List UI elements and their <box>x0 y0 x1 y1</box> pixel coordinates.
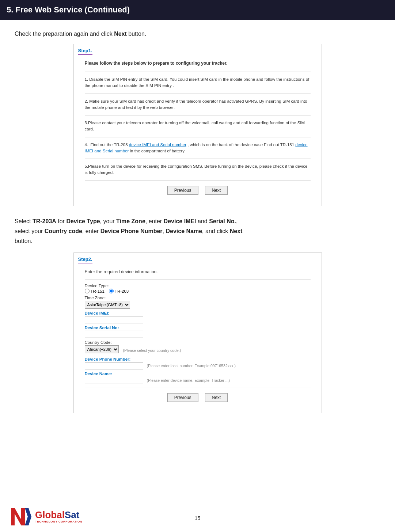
device-type-field: Device Type: TR-151 TR-203 <box>85 284 311 293</box>
device-serial-field: Device Serial No: <box>85 326 311 338</box>
step2-subtitle: Enter the required device information. <box>85 269 311 274</box>
header-title: 5. Free Web Service (Continued) <box>7 5 130 14</box>
divider5 <box>85 159 311 159</box>
country-code-placeholder: (Please select your country code.) <box>123 348 181 353</box>
step1-next-button[interactable]: Next <box>205 186 228 195</box>
device-phone-input[interactable] <box>85 362 143 369</box>
step2-title: Step2. <box>78 256 92 263</box>
svg-marker-1 <box>25 508 31 525</box>
page-header: 5. Free Web Service (Continued) <box>0 0 395 20</box>
device-tr203-text: TR-203 <box>115 289 129 293</box>
step2-prev-button[interactable]: Previous <box>167 393 198 402</box>
timezone-field: Time Zone: Asia/Taipei(GMT+8) UTC GMT <box>85 296 311 311</box>
logo-sub-text: TECHNOLOGY CORPORATION <box>35 520 82 524</box>
device-phone-row: (Please enter local number. Example:0971… <box>85 362 311 369</box>
device-imei-input[interactable] <box>85 316 143 323</box>
device-phone-field: Device Phone Number: (Please enter local… <box>85 357 311 369</box>
step2-divider2 <box>85 388 311 388</box>
divider2 <box>85 94 311 94</box>
globalsat-logo-icon <box>11 508 31 525</box>
country-code-select[interactable]: African(+236) <box>85 345 119 353</box>
step1-subtitle: Please follow the steps below to prepare… <box>85 61 311 66</box>
divider4 <box>85 137 311 137</box>
step2-header: Step2. <box>74 253 322 266</box>
step1-btn-row: Previous Next <box>85 186 311 200</box>
country-code-label: Country Code: <box>85 340 311 345</box>
svg-marker-0 <box>11 508 25 525</box>
device-tr151-text: TR-151 <box>91 289 105 293</box>
step2-divider1 <box>85 280 311 280</box>
divider3 <box>85 115 311 115</box>
device-imei-label: Device IMEI: <box>85 311 311 315</box>
serial-link: device IMEI and Serial number <box>85 142 308 153</box>
device-tr151-radio[interactable] <box>85 289 90 293</box>
timezone-select[interactable]: Asia/Taipei(GMT+8) UTC GMT <box>85 301 130 309</box>
step1-body: Please follow the steps below to prepare… <box>74 57 322 206</box>
divider1 <box>85 72 311 72</box>
country-code-field: Country Code: African(+236) (Please sele… <box>85 340 311 356</box>
step2-next-button[interactable]: Next <box>205 393 228 402</box>
device-type-radios: TR-151 TR-203 <box>85 289 311 293</box>
section2-intro: Select TR-203A for Device Type, your Tim… <box>15 216 380 246</box>
section1-intro: Check the preparation again and click Ne… <box>15 31 380 37</box>
divider6 <box>85 180 311 181</box>
device-imei-field: Device IMEI: <box>85 311 311 323</box>
page-content: Check the preparation again and click Ne… <box>0 20 395 445</box>
page-number: 15 <box>195 515 201 521</box>
device-serial-input[interactable] <box>85 331 143 338</box>
step2-form: Enter the required device information. D… <box>74 266 322 413</box>
device-phone-label: Device Phone Number: <box>85 357 311 361</box>
step1-item1: 1. Disable the SIM PIN entry of the SIM … <box>85 76 311 89</box>
step1-title: Step1. <box>78 48 92 55</box>
device-name-field: Device Name: (Please enter device name. … <box>85 372 311 384</box>
device-tr203-radio[interactable] <box>109 289 114 293</box>
device-serial-label: Device Serial No: <box>85 326 311 330</box>
logo-text: GlobalSat TECHNOLOGY CORPORATION <box>35 510 82 523</box>
footer-logo: GlobalSat TECHNOLOGY CORPORATION <box>11 508 82 525</box>
timezone-label: Time Zone: <box>85 296 311 300</box>
logo-global-text: GlobalSat <box>35 510 82 520</box>
device-name-placeholder: (Please enter device name. Example: Trac… <box>147 378 230 383</box>
step1-item5: 5.Please turn on the device for receivin… <box>85 163 311 176</box>
device-tr151-label[interactable]: TR-151 <box>85 289 105 293</box>
imei-link: device IMEI and Serial number <box>129 142 186 147</box>
step1-box: Step1. Please follow the steps below to … <box>73 44 322 206</box>
step2-btn-row: Previous Next <box>85 393 311 407</box>
device-name-label: Device Name: <box>85 372 311 376</box>
country-code-row: African(+236) (Please select your countr… <box>85 345 311 356</box>
device-name-input[interactable] <box>85 377 143 384</box>
device-phone-placeholder: (Please enter local number. Example:0971… <box>147 364 236 368</box>
step1-item2: 2. Make sure your SIM card has credit an… <box>85 98 311 111</box>
step1-header: Step1. <box>74 44 322 57</box>
device-name-row: (Please enter device name. Example: Trac… <box>85 377 311 384</box>
device-type-label: Device Type: <box>85 284 311 288</box>
step1-item3: 3.Please contact your telecom operator f… <box>85 120 311 133</box>
step1-item4: 4. Find out the TR-203 device IMEI and S… <box>85 142 311 155</box>
step1-prev-button[interactable]: Previous <box>167 186 198 195</box>
step2-box: Step2. Enter the required device informa… <box>73 252 322 413</box>
device-tr203-label[interactable]: TR-203 <box>109 289 129 293</box>
